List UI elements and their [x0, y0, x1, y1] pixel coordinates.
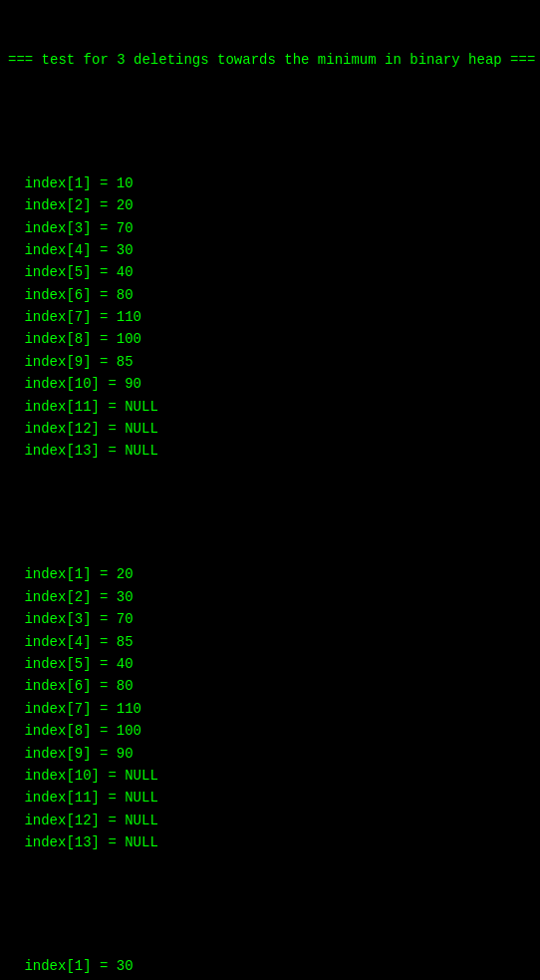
index-line: index[4] = 85 — [8, 631, 532, 653]
index-line: index[1] = 20 — [8, 563, 532, 585]
index-line: index[4] = 30 — [8, 239, 532, 261]
index-line: index[1] = 30 — [8, 955, 532, 977]
index-line: index[8] = 100 — [8, 720, 532, 742]
block-0: index[1] = 10 index[2] = 20 index[3] = 7… — [8, 172, 532, 463]
index-line: index[12] = NULL — [8, 810, 532, 831]
index-line: index[7] = 110 — [8, 698, 532, 720]
index-line: index[7] = 110 — [8, 306, 532, 328]
index-line: index[9] = 90 — [8, 743, 532, 765]
index-line: index[1] = 10 — [8, 172, 532, 194]
index-line: index[10] = NULL — [8, 765, 532, 787]
index-line: index[3] = 70 — [8, 608, 532, 630]
index-line: index[5] = 40 — [8, 261, 532, 283]
index-line: index[2] = 20 — [8, 194, 532, 216]
index-line: index[10] = 90 — [8, 373, 532, 395]
index-line: index[6] = 80 — [8, 675, 532, 697]
block-2: index[1] = 30 index[2] = 40 index[3] = 7… — [8, 955, 532, 980]
index-line: index[11] = NULL — [8, 787, 532, 809]
block-1: index[1] = 20 index[2] = 30 index[3] = 7… — [8, 563, 532, 853]
index-line: index[13] = NULL — [8, 440, 532, 462]
index-line: index[2] = 30 — [8, 586, 532, 608]
index-line: index[12] = NULL — [8, 418, 532, 440]
index-line: index[5] = 40 — [8, 653, 532, 675]
index-line: index[6] = 80 — [8, 284, 532, 306]
index-line: index[9] = 85 — [8, 351, 532, 373]
index-line: index[13] = NULL — [8, 831, 532, 853]
terminal-output: === test for 3 deletings towards the min… — [8, 4, 532, 980]
index-line: index[8] = 100 — [8, 328, 532, 350]
header-line-1: === test for 3 deletings towards the min… — [8, 49, 532, 71]
index-line: index[11] = NULL — [8, 396, 532, 418]
index-line: index[3] = 70 — [8, 217, 532, 239]
